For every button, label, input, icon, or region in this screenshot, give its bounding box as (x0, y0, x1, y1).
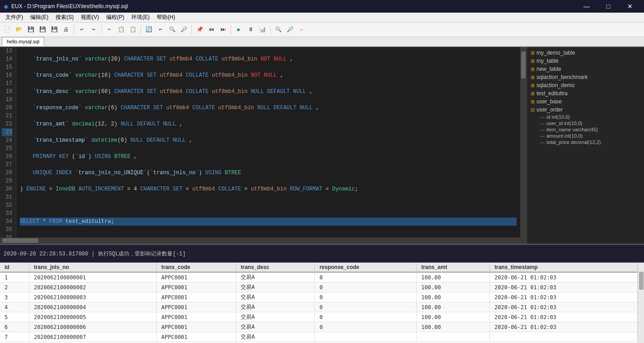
tb-search[interactable]: 🔍 (167, 24, 177, 35)
tb-open[interactable]: 📂 (14, 24, 24, 35)
tree-child-totalprice[interactable]: — total_price decimal(12,2) (527, 139, 644, 145)
menu-edit[interactable]: 编辑(E) (27, 13, 52, 22)
code-line-23: SELECT * FROM test_editultra; (20, 218, 517, 226)
code-line-21: ) ENGINE = InnoDB AUTO_INCREMENT = 4 CHA… (20, 185, 517, 193)
tb-back[interactable]: ↩ (155, 24, 166, 35)
tree-child-userid[interactable]: — user_id int(10,0) (527, 120, 644, 126)
tabbar: hello.mysql.sql (0, 37, 644, 47)
col-header-jnls: trans_jnls_no (29, 263, 156, 272)
tb-paste[interactable]: 📋 (127, 24, 138, 35)
tree-label: new_table (537, 66, 561, 72)
table-icon: ⊞ (531, 83, 535, 88)
status-text: 2020-09-26 22:28:53.817000 | 执行SQL成功，受影响… (4, 250, 186, 258)
menubar: 文件(F) 编辑(E) 搜索(S) 视图(V) 编程(P) 环境(E) 帮助(H… (0, 13, 644, 23)
code-content[interactable]: `trans_jnls_no` varchar(20) CHARACTER SE… (16, 47, 520, 237)
table-row: 22020062100000002APPC0001交易A0100.002020-… (0, 283, 638, 292)
table-cell: 交易A (236, 322, 315, 332)
editor-tab[interactable]: hello.mysql.sql (2, 37, 44, 46)
tree-child-itemname[interactable]: — item_name varchar(45) (527, 126, 644, 133)
status-message: 2020-09-26 22:28:53.817000 | 执行SQL成功，受影响… (0, 245, 644, 263)
menu-view[interactable]: 视图(V) (77, 13, 103, 22)
tb-sep6 (270, 25, 271, 34)
table-cell: 2020-06-21 01:02:03 (490, 272, 637, 283)
table-cell: 100.00 (416, 283, 490, 292)
tb-sep5 (231, 25, 231, 34)
tb-redo[interactable]: ↪ (88, 24, 99, 35)
tb-bookmark[interactable]: 📌 (194, 24, 205, 35)
app-icon: ◈ (4, 3, 9, 10)
tb-zoom-out[interactable]: 🔎 (285, 24, 295, 35)
tb-save[interactable]: 💾 (25, 24, 36, 35)
tree-item-testedit[interactable]: ⊞ test_editultra (527, 89, 644, 97)
table-cell: 3 (0, 292, 29, 302)
editor-scroll-thumb[interactable] (521, 51, 526, 79)
tree-child-id[interactable]: — id int(10,0) (527, 114, 644, 120)
tb-pause[interactable]: ⏸ (245, 24, 256, 35)
tb-new[interactable]: 📄 (2, 24, 13, 35)
editor-horiz-scroll-thumb[interactable] (2, 238, 38, 243)
tree-item-mytable[interactable]: ⊞ my_table (527, 57, 644, 65)
tb-save2[interactable]: 💾 (37, 24, 48, 35)
tb-chart[interactable]: 📊 (257, 24, 268, 35)
table-row: 72020062100000007APPC0001交易A (0, 332, 638, 342)
code-line-19: PRIMARY KEY (`id`) USING BTREE , (20, 153, 517, 161)
menu-program[interactable]: 编程(P) (103, 13, 128, 22)
table-row: 62020062100000006APPC0001交易A0100.002020-… (0, 322, 638, 332)
minimize-button[interactable]: — (576, 0, 597, 13)
col-header-desc: trans_desc (236, 263, 315, 272)
menu-help[interactable]: 帮助(H) (153, 13, 179, 22)
table-cell: 交易A (236, 332, 315, 342)
tree-label: sqlaction_benchmark (537, 74, 588, 80)
editor-vertical-scrollbar[interactable] (520, 47, 527, 237)
table-cell: APPC0001 (157, 283, 236, 292)
table-cell: 100.00 (416, 272, 490, 283)
close-button[interactable]: ✕ (620, 0, 640, 13)
tree-item-sqldemo[interactable]: ⊞ sqlaction_demo (527, 81, 644, 89)
tree-label: my_table (537, 58, 559, 64)
menu-search[interactable]: 搜索(S) (52, 13, 77, 22)
code-line-14: `trans_code` varchar(16) CHARACTER SET u… (20, 71, 517, 79)
tb-prev[interactable]: ⏮ (206, 24, 217, 35)
editor-horizontal-scrollbar[interactable] (0, 237, 527, 244)
table-cell: 2020062100000002 (29, 283, 156, 292)
table-cell (490, 332, 637, 342)
tree-item-userbase[interactable]: ⊞ user_base (527, 97, 644, 106)
table-icon: ⊞ (531, 99, 535, 105)
tb-saveall[interactable]: 💾 (49, 24, 60, 35)
tb-undo[interactable]: ↩ (76, 24, 87, 35)
table-icon: ⊞ (531, 66, 535, 72)
tree-item-newtable[interactable]: ⊞ new_table (527, 65, 644, 73)
tree-child-label: user_id int(10,0) (546, 121, 583, 126)
maximize-button[interactable]: □ (598, 0, 619, 13)
tb-cut[interactable]: ✂ (104, 24, 115, 35)
tb-zoom-in[interactable]: 🔍 (273, 24, 284, 35)
table-cell: 2020-06-21 01:02:03 (490, 302, 637, 312)
tb-next[interactable]: ⏭ (218, 24, 229, 35)
tb-refresh[interactable]: 🔄 (143, 24, 154, 35)
results-vertical-scrollbar[interactable] (638, 263, 644, 343)
tb-highlight[interactable]: ✏ (296, 24, 307, 35)
editor-area: 1314151617181920212223242526272829303132… (0, 47, 527, 244)
tree-label: my_demo_table (537, 50, 575, 56)
table-cell: 交易A (236, 302, 315, 312)
menu-file[interactable]: 文件(F) (2, 13, 27, 22)
code-line-17: `trans_amt` decimal(12, 2) NULL DEFAULT … (20, 120, 517, 128)
table-row: 12020062100000001APPC0001交易A0100.002020-… (0, 272, 638, 283)
results-scroll-thumb[interactable] (639, 272, 644, 290)
tree-item-mydemo[interactable]: ⊞ my_demo_table (527, 49, 644, 57)
tb-replace[interactable]: 🔎 (178, 24, 189, 35)
tree-child-amount[interactable]: — amount int(10,0) (527, 133, 644, 139)
window-title: EUX - D:\Program Files\EUX\test\hello.my… (11, 3, 128, 9)
menu-env[interactable]: 环境(E) (128, 13, 153, 22)
tree-item-benchmark[interactable]: ⊞ sqlaction_benchmark (527, 73, 644, 81)
tb-print[interactable]: 🖨 (61, 24, 71, 35)
tb-copy[interactable]: 📋 (116, 24, 126, 35)
tb-run[interactable]: ▶ (233, 24, 244, 35)
table-cell: 100.00 (416, 312, 490, 322)
table-cell: APPC0001 (157, 292, 236, 302)
tree-child-label: item_name varchar(45) (546, 127, 598, 132)
table-cell: 2020-06-21 01:02:03 (490, 283, 637, 292)
table-cell: 交易A (236, 312, 315, 322)
tree-item-userorder[interactable]: ⊟ user_order (527, 106, 644, 114)
tree-child-label: id int(10,0) (546, 114, 570, 120)
